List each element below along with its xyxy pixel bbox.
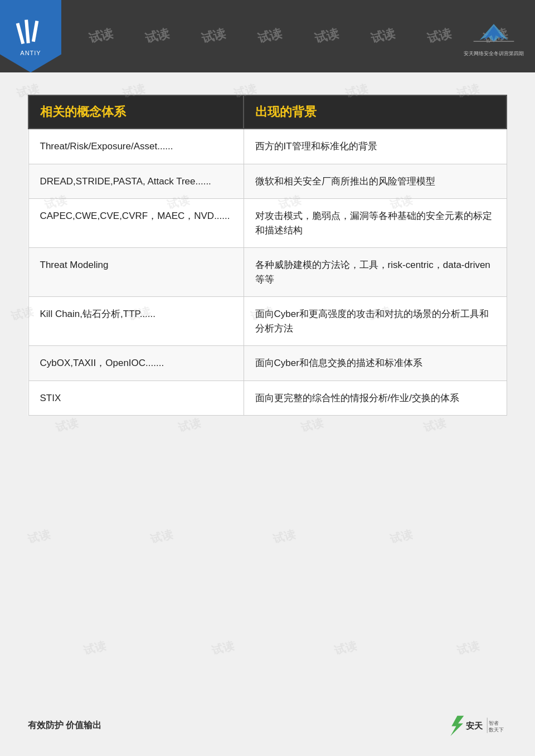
table-row: CAPEC,CWE,CVE,CVRF，MAEC，NVD......对攻击模式，脆… (28, 199, 507, 248)
header-wm-2: 试读 (143, 25, 171, 47)
footer-left-text: 有效防护 价值输出 (28, 720, 101, 731)
header-wm-3: 试读 (200, 25, 227, 47)
table-cell-left: Threat/Risk/Exposure/Asset...... (28, 129, 244, 164)
table-row: DREAD,STRIDE,PASTA, Attack Tree......微软和… (28, 164, 507, 199)
table-cell-left: Threat Modeling (28, 248, 244, 297)
table-cell-right: 面向Cyber和更高强度的攻击和对抗的场景的分析工具和分析方法 (244, 297, 507, 346)
table-cell-right: 面向Cyber和信息交换的描述和标准体系 (244, 346, 507, 381)
antiy-logo-icon (16, 17, 46, 47)
table-header-row: 相关的概念体系 出现的背景 (28, 95, 507, 129)
header-wm-7: 试读 (425, 25, 453, 47)
footer: 有效防护 价值输出 安天 智者 数天下 (0, 711, 535, 739)
page-watermark-20: 试读 (388, 526, 414, 547)
page-watermark-18: 试读 (149, 526, 174, 547)
table-row: CybOX,TAXII，OpenIOC.......面向Cyber和信息交换的描… (28, 346, 507, 381)
svg-text:安天: 安天 (465, 721, 483, 730)
table-row: Threat Modeling各种威胁建模的方法论，工具，risk-centri… (28, 248, 507, 297)
table-cell-left: Kill Chain,钻石分析,TTP...... (28, 297, 244, 346)
table-header-left: 相关的概念体系 (28, 95, 244, 129)
svg-text:智者: 智者 (489, 720, 499, 726)
logo-text: ANTIY (20, 50, 41, 56)
header-wm-6: 试读 (369, 25, 397, 47)
svg-marker-6 (450, 716, 464, 736)
table-cell-right: 对攻击模式，脆弱点，漏洞等各种基础的安全元素的标定和描述结构 (244, 199, 507, 248)
svg-rect-0 (16, 22, 25, 43)
svg-text:数天下: 数天下 (489, 727, 504, 733)
svg-rect-5 (474, 41, 514, 42)
logo-box: ANTIY (0, 0, 61, 72)
footer-right: 安天 智者 数天下 (446, 711, 507, 739)
header-wm-1: 试读 (86, 25, 114, 47)
header: ANTIY 试读 试读 试读 试读 试读 试读 试读 试读 安天网络安全冬训营第… (0, 0, 535, 72)
table-row: Kill Chain,钻石分析,TTP......面向Cyber和更高强度的攻击… (28, 297, 507, 346)
page-watermark-21: 试读 (82, 638, 108, 658)
table-cell-right: 西方的IT管理和标准化的背景 (244, 129, 507, 164)
page-watermark-24: 试读 (455, 638, 481, 658)
table-cell-left: CybOX,TAXII，OpenIOC....... (28, 346, 244, 381)
table-cell-right: 面向更完整的综合性的情报分析/作业/交换的体系 (244, 381, 507, 416)
page-watermark-19: 试读 (271, 526, 297, 547)
header-wm-4: 试读 (256, 25, 284, 47)
table-cell-left: STIX (28, 381, 244, 416)
svg-rect-2 (31, 20, 38, 41)
main-content: 相关的概念体系 出现的背景 Threat/Risk/Exposure/Asset… (0, 72, 535, 432)
header-brand-logo-icon (471, 16, 516, 49)
table-cell-left: DREAD,STRIDE,PASTA, Attack Tree...... (28, 164, 244, 199)
header-brand-subtitle: 安天网络安全冬训营第四期 (464, 50, 524, 57)
table-cell-left: CAPEC,CWE,CVE,CVRF，MAEC，NVD...... (28, 199, 244, 248)
table-row: STIX面向更完整的综合性的情报分析/作业/交换的体系 (28, 381, 507, 416)
table-row: Threat/Risk/Exposure/Asset......西方的IT管理和… (28, 129, 507, 164)
header-wm-5: 试读 (312, 25, 340, 47)
concept-table: 相关的概念体系 出现的背景 Threat/Risk/Exposure/Asset… (28, 95, 507, 416)
table-header-right: 出现的背景 (244, 95, 507, 129)
page-watermark-17: 试读 (26, 526, 52, 547)
table-cell-right: 各种威胁建模的方法论，工具，risk-centric，data-driven等等 (244, 248, 507, 297)
svg-rect-1 (25, 19, 30, 43)
page-watermark-22: 试读 (210, 638, 236, 658)
header-brand: 安天网络安全冬训营第四期 (464, 16, 524, 57)
table-cell-right: 微软和相关安全厂商所推出的风险管理模型 (244, 164, 507, 199)
footer-logo-icon: 安天 智者 数天下 (446, 711, 507, 739)
page-watermark-23: 试读 (333, 638, 358, 658)
